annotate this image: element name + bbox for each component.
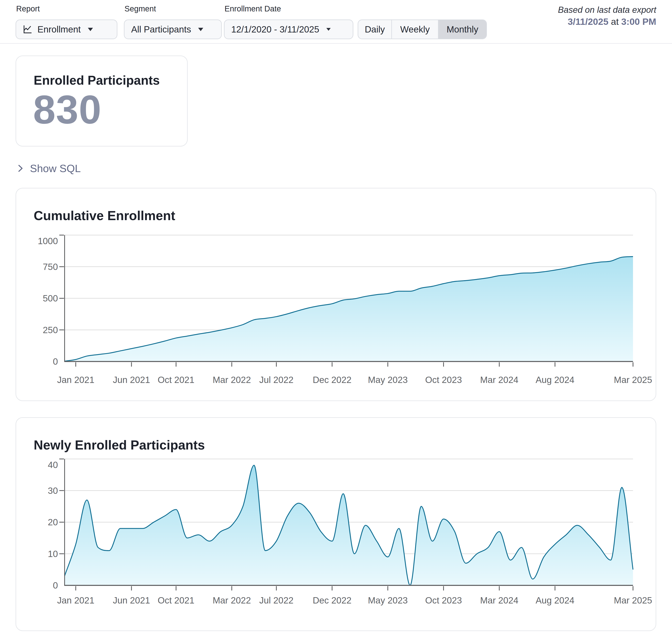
stat-card-title: Enrolled Participants [34,73,160,88]
enrollment-date-value: 12/1/2020 - 3/11/2025 [231,24,319,35]
x-axis-tick-label: Oct 2023 [425,375,462,385]
chevron-down-icon [326,28,331,31]
y-axis-tick-label: 0 [53,357,58,367]
stat-card-value: 830 [33,89,102,129]
x-axis-tick-label: Mar 2024 [480,375,519,385]
cumulative-enrollment-card: Cumulative Enrollment 02505007501000Jan … [16,188,656,401]
x-axis-tick-label: Jun 2021 [113,375,150,385]
x-axis-tick-label: Mar 2025 [614,375,652,385]
granularity-monthly-button[interactable]: Monthly [439,20,486,39]
x-axis-tick-label: Jan 2021 [57,375,94,385]
x-axis-tick-label: Mar 2025 [614,595,652,606]
chevron-down-icon [88,28,93,31]
chevron-down-icon [198,28,203,31]
chevron-right-icon [17,164,24,173]
x-axis-tick-label: Dec 2022 [313,595,352,606]
export-note-line2: 3/11/2025 at 3:00 PM [558,16,656,28]
export-date: 3/11/2025 [568,16,608,27]
report-dropdown-value: Enrollment [38,24,81,35]
x-axis-tick-label: Jun 2021 [113,595,150,606]
x-axis-tick-label: Dec 2022 [313,375,352,385]
y-axis-tick-label: 500 [43,293,58,303]
show-sql-label: Show SQL [30,162,81,174]
enrollment-date-dropdown[interactable]: 12/1/2020 - 3/11/2025 [224,20,353,39]
segment-dropdown[interactable]: All Participants [124,20,222,39]
show-sql-toggle[interactable]: Show SQL [17,162,81,175]
y-axis-tick-label: 20 [48,517,58,527]
x-axis-tick-label: Mar 2024 [480,595,519,606]
enrollment-date-label: Enrollment Date [224,4,281,13]
granularity-weekly-button[interactable]: Weekly [392,20,439,39]
x-axis-tick-label: Aug 2024 [535,595,574,606]
x-axis-tick-label: Jul 2022 [259,595,293,606]
y-axis-tick-label: 10 [48,549,58,559]
line-chart-icon [23,25,32,34]
newly-enrolled-card: Newly Enrolled Participants 010203040Jan… [16,417,656,631]
enrolled-participants-card: Enrolled Participants 830 [16,55,188,146]
x-axis-tick-label: May 2023 [368,595,408,606]
report-label: Report [16,4,40,13]
x-axis-tick-label: Oct 2021 [158,375,195,385]
x-axis-tick-label: Jul 2022 [259,375,293,385]
y-axis-tick-label: 0 [53,580,58,590]
cumulative-enrollment-chart[interactable]: 02505007501000Jan 2021Jun 2021Oct 2021Ma… [16,189,657,402]
y-axis-tick-label: 30 [48,486,58,496]
y-axis-tick-label: 40 [48,460,58,470]
y-axis-tick-label: 750 [43,262,58,272]
x-axis-tick-label: Oct 2021 [158,595,195,606]
granularity-daily-button[interactable]: Daily [358,20,392,39]
export-time: 3:00 PM [621,16,656,27]
x-axis-tick-label: Mar 2022 [213,375,251,385]
newly-enrolled-chart[interactable]: 010203040Jan 2021Jun 2021Oct 2021Mar 202… [16,418,657,632]
y-axis-tick-label: 250 [43,325,58,335]
export-note-line1: Based on last data export [558,4,656,15]
report-dropdown[interactable]: Enrollment [16,20,117,39]
toolbar-divider [0,43,672,44]
segment-dropdown-value: All Participants [131,24,191,35]
export-sep: at [608,16,621,27]
y-axis-tick-label: 1000 [38,236,58,246]
granularity-toggle: DailyWeeklyMonthly [358,20,487,39]
export-note: Based on last data export 3/11/2025 at 3… [558,4,656,28]
x-axis-tick-label: Jan 2021 [57,595,94,606]
x-axis-tick-label: Mar 2022 [213,595,251,606]
x-axis-tick-label: Oct 2023 [425,595,462,606]
x-axis-tick-label: May 2023 [368,375,408,385]
segment-label: Segment [124,4,156,13]
x-axis-tick-label: Aug 2024 [535,375,574,385]
